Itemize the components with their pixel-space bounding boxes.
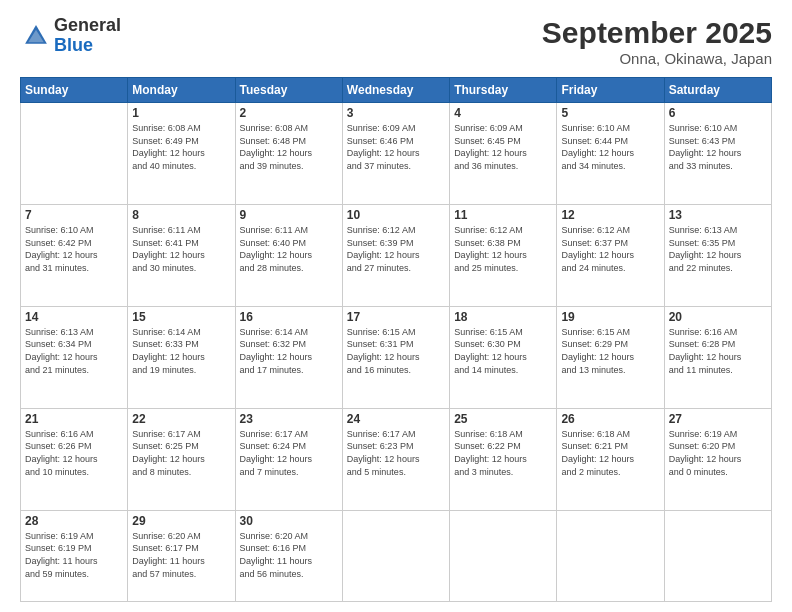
day-number: 6: [669, 106, 767, 120]
day-info: Sunrise: 6:10 AM Sunset: 6:42 PM Dayligh…: [25, 224, 123, 274]
weekday-header-monday: Monday: [128, 78, 235, 103]
calendar-cell: 26Sunrise: 6:18 AM Sunset: 6:21 PM Dayli…: [557, 408, 664, 510]
day-number: 23: [240, 412, 338, 426]
calendar-cell: 30Sunrise: 6:20 AM Sunset: 6:16 PM Dayli…: [235, 510, 342, 601]
day-info: Sunrise: 6:14 AM Sunset: 6:33 PM Dayligh…: [132, 326, 230, 376]
day-info: Sunrise: 6:12 AM Sunset: 6:38 PM Dayligh…: [454, 224, 552, 274]
logo-general-text: General: [54, 16, 121, 36]
calendar-week-row: 14Sunrise: 6:13 AM Sunset: 6:34 PM Dayli…: [21, 306, 772, 408]
day-number: 15: [132, 310, 230, 324]
calendar-cell: 8Sunrise: 6:11 AM Sunset: 6:41 PM Daylig…: [128, 204, 235, 306]
calendar-week-row: 28Sunrise: 6:19 AM Sunset: 6:19 PM Dayli…: [21, 510, 772, 601]
day-number: 30: [240, 514, 338, 528]
day-number: 20: [669, 310, 767, 324]
day-number: 25: [454, 412, 552, 426]
logo-icon: [22, 22, 50, 50]
day-info: Sunrise: 6:08 AM Sunset: 6:48 PM Dayligh…: [240, 122, 338, 172]
calendar-cell: 11Sunrise: 6:12 AM Sunset: 6:38 PM Dayli…: [450, 204, 557, 306]
weekday-header-tuesday: Tuesday: [235, 78, 342, 103]
calendar-week-row: 21Sunrise: 6:16 AM Sunset: 6:26 PM Dayli…: [21, 408, 772, 510]
calendar-cell: 21Sunrise: 6:16 AM Sunset: 6:26 PM Dayli…: [21, 408, 128, 510]
weekday-header-thursday: Thursday: [450, 78, 557, 103]
calendar-cell: 10Sunrise: 6:12 AM Sunset: 6:39 PM Dayli…: [342, 204, 449, 306]
day-info: Sunrise: 6:16 AM Sunset: 6:26 PM Dayligh…: [25, 428, 123, 478]
day-number: 8: [132, 208, 230, 222]
calendar-cell: 4Sunrise: 6:09 AM Sunset: 6:45 PM Daylig…: [450, 103, 557, 205]
day-number: 21: [25, 412, 123, 426]
calendar-cell: 6Sunrise: 6:10 AM Sunset: 6:43 PM Daylig…: [664, 103, 771, 205]
day-info: Sunrise: 6:15 AM Sunset: 6:31 PM Dayligh…: [347, 326, 445, 376]
day-info: Sunrise: 6:11 AM Sunset: 6:40 PM Dayligh…: [240, 224, 338, 274]
day-number: 12: [561, 208, 659, 222]
day-number: 27: [669, 412, 767, 426]
calendar-cell: [557, 510, 664, 601]
calendar-cell: 20Sunrise: 6:16 AM Sunset: 6:28 PM Dayli…: [664, 306, 771, 408]
day-info: Sunrise: 6:20 AM Sunset: 6:16 PM Dayligh…: [240, 530, 338, 580]
day-info: Sunrise: 6:20 AM Sunset: 6:17 PM Dayligh…: [132, 530, 230, 580]
day-number: 24: [347, 412, 445, 426]
day-number: 3: [347, 106, 445, 120]
calendar-table: SundayMondayTuesdayWednesdayThursdayFrid…: [20, 77, 772, 602]
calendar-cell: 9Sunrise: 6:11 AM Sunset: 6:40 PM Daylig…: [235, 204, 342, 306]
weekday-header-saturday: Saturday: [664, 78, 771, 103]
day-info: Sunrise: 6:14 AM Sunset: 6:32 PM Dayligh…: [240, 326, 338, 376]
day-info: Sunrise: 6:17 AM Sunset: 6:23 PM Dayligh…: [347, 428, 445, 478]
calendar-cell: 14Sunrise: 6:13 AM Sunset: 6:34 PM Dayli…: [21, 306, 128, 408]
calendar-cell: 24Sunrise: 6:17 AM Sunset: 6:23 PM Dayli…: [342, 408, 449, 510]
calendar-cell: 25Sunrise: 6:18 AM Sunset: 6:22 PM Dayli…: [450, 408, 557, 510]
day-number: 29: [132, 514, 230, 528]
calendar-week-row: 7Sunrise: 6:10 AM Sunset: 6:42 PM Daylig…: [21, 204, 772, 306]
calendar-cell: 29Sunrise: 6:20 AM Sunset: 6:17 PM Dayli…: [128, 510, 235, 601]
month-title: September 2025: [542, 16, 772, 50]
calendar-cell: 15Sunrise: 6:14 AM Sunset: 6:33 PM Dayli…: [128, 306, 235, 408]
day-info: Sunrise: 6:12 AM Sunset: 6:37 PM Dayligh…: [561, 224, 659, 274]
day-info: Sunrise: 6:15 AM Sunset: 6:29 PM Dayligh…: [561, 326, 659, 376]
calendar-cell: 18Sunrise: 6:15 AM Sunset: 6:30 PM Dayli…: [450, 306, 557, 408]
day-number: 22: [132, 412, 230, 426]
day-number: 16: [240, 310, 338, 324]
day-number: 28: [25, 514, 123, 528]
day-number: 9: [240, 208, 338, 222]
day-number: 18: [454, 310, 552, 324]
day-info: Sunrise: 6:13 AM Sunset: 6:35 PM Dayligh…: [669, 224, 767, 274]
calendar-cell: 3Sunrise: 6:09 AM Sunset: 6:46 PM Daylig…: [342, 103, 449, 205]
calendar-week-row: 1Sunrise: 6:08 AM Sunset: 6:49 PM Daylig…: [21, 103, 772, 205]
logo: General Blue: [20, 16, 121, 56]
day-info: Sunrise: 6:10 AM Sunset: 6:43 PM Dayligh…: [669, 122, 767, 172]
day-number: 11: [454, 208, 552, 222]
title-block: September 2025 Onna, Okinawa, Japan: [542, 16, 772, 67]
calendar-cell: [664, 510, 771, 601]
day-number: 19: [561, 310, 659, 324]
day-number: 17: [347, 310, 445, 324]
day-info: Sunrise: 6:19 AM Sunset: 6:19 PM Dayligh…: [25, 530, 123, 580]
calendar-cell: 12Sunrise: 6:12 AM Sunset: 6:37 PM Dayli…: [557, 204, 664, 306]
weekday-header-row: SundayMondayTuesdayWednesdayThursdayFrid…: [21, 78, 772, 103]
day-info: Sunrise: 6:09 AM Sunset: 6:46 PM Dayligh…: [347, 122, 445, 172]
calendar-cell: 23Sunrise: 6:17 AM Sunset: 6:24 PM Dayli…: [235, 408, 342, 510]
calendar-cell: 13Sunrise: 6:13 AM Sunset: 6:35 PM Dayli…: [664, 204, 771, 306]
weekday-header-sunday: Sunday: [21, 78, 128, 103]
day-info: Sunrise: 6:13 AM Sunset: 6:34 PM Dayligh…: [25, 326, 123, 376]
page: General Blue September 2025 Onna, Okinaw…: [0, 0, 792, 612]
calendar-cell: 27Sunrise: 6:19 AM Sunset: 6:20 PM Dayli…: [664, 408, 771, 510]
calendar-cell: 5Sunrise: 6:10 AM Sunset: 6:44 PM Daylig…: [557, 103, 664, 205]
day-number: 13: [669, 208, 767, 222]
day-number: 14: [25, 310, 123, 324]
day-info: Sunrise: 6:17 AM Sunset: 6:25 PM Dayligh…: [132, 428, 230, 478]
day-info: Sunrise: 6:12 AM Sunset: 6:39 PM Dayligh…: [347, 224, 445, 274]
calendar-cell: 2Sunrise: 6:08 AM Sunset: 6:48 PM Daylig…: [235, 103, 342, 205]
day-info: Sunrise: 6:19 AM Sunset: 6:20 PM Dayligh…: [669, 428, 767, 478]
weekday-header-wednesday: Wednesday: [342, 78, 449, 103]
day-info: Sunrise: 6:18 AM Sunset: 6:22 PM Dayligh…: [454, 428, 552, 478]
day-info: Sunrise: 6:11 AM Sunset: 6:41 PM Dayligh…: [132, 224, 230, 274]
day-info: Sunrise: 6:10 AM Sunset: 6:44 PM Dayligh…: [561, 122, 659, 172]
calendar-cell: [450, 510, 557, 601]
day-info: Sunrise: 6:08 AM Sunset: 6:49 PM Dayligh…: [132, 122, 230, 172]
day-number: 4: [454, 106, 552, 120]
calendar-cell: [342, 510, 449, 601]
day-number: 2: [240, 106, 338, 120]
day-number: 1: [132, 106, 230, 120]
day-number: 7: [25, 208, 123, 222]
logo-text: General Blue: [54, 16, 121, 56]
day-info: Sunrise: 6:16 AM Sunset: 6:28 PM Dayligh…: [669, 326, 767, 376]
